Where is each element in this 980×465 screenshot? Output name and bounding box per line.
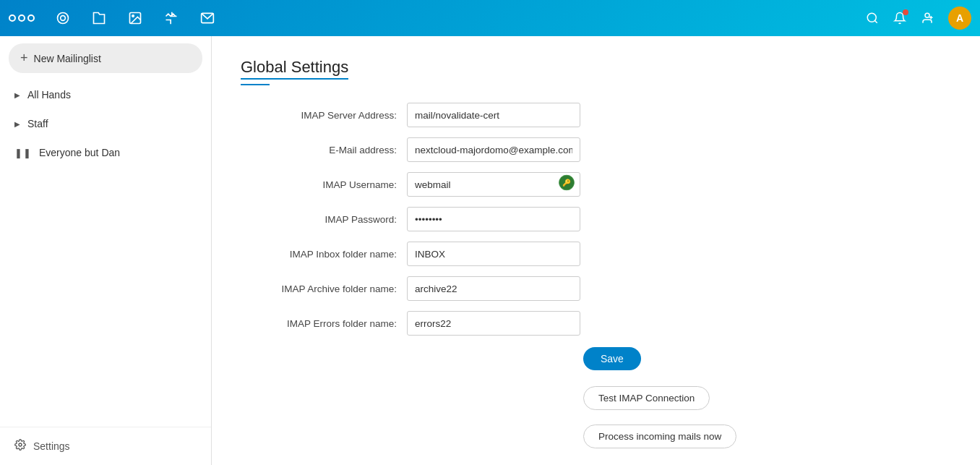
form-row-imap-username: IMAP Username: 🔑: [241, 172, 951, 197]
imap-archive-input[interactable]: [407, 276, 580, 301]
app-logo: [9, 14, 35, 22]
svg-point-10: [19, 443, 22, 446]
logo-circle-1: [9, 14, 16, 22]
user-plus-icon[interactable]: [916, 7, 938, 29]
sidebar-item-staff[interactable]: ▶ Staff: [0, 109, 211, 138]
svg-point-5: [867, 13, 876, 22]
imap-server-input[interactable]: [407, 103, 580, 127]
settings-label: Settings: [33, 440, 70, 452]
sidebar-label-staff: Staff: [27, 118, 48, 129]
label-imap-username: IMAP Username:: [241, 179, 407, 190]
main-content: Global Settings IMAP Server Address: E-M…: [212, 36, 980, 465]
main-layout: + New Mailinglist ▶ All Hands ▶ Staff ❚❚…: [0, 36, 980, 465]
svg-line-6: [874, 20, 877, 22]
new-mailinglist-button[interactable]: + New Mailinglist: [9, 43, 202, 73]
process-mail-button[interactable]: Process incoming mails now: [583, 425, 736, 448]
sidebar-label-everyone-but-dan: Everyone but Dan: [39, 147, 120, 158]
files-icon[interactable]: [88, 7, 110, 29]
photos-icon[interactable]: [124, 7, 146, 29]
pause-icon: ❚❚: [14, 148, 32, 158]
imap-username-input[interactable]: [407, 172, 580, 197]
test-imap-button[interactable]: Test IMAP Connection: [583, 386, 710, 410]
label-imap-inbox: IMAP Inbox folder name:: [241, 249, 407, 260]
imap-inbox-input[interactable]: [407, 242, 580, 266]
form-row-imap-password: IMAP Password:: [241, 207, 951, 231]
expand-icon-staff: ▶: [14, 120, 20, 128]
input-wrap-imap-archive: [407, 276, 580, 301]
svg-point-1: [61, 16, 66, 21]
svg-point-3: [132, 15, 134, 17]
label-imap-server: IMAP Server Address:: [241, 110, 407, 121]
label-imap-password: IMAP Password:: [241, 214, 407, 225]
svg-point-0: [58, 13, 69, 24]
new-mailinglist-label: New Mailinglist: [34, 53, 101, 64]
input-wrap-email: [407, 137, 580, 162]
title-underline: [241, 84, 270, 85]
sidebar: + New Mailinglist ▶ All Hands ▶ Staff ❚❚…: [0, 36, 212, 465]
plus-icon: +: [20, 51, 28, 66]
form-row-imap-archive: IMAP Archive folder name:: [241, 276, 951, 301]
logo-circle-2: [18, 14, 25, 22]
label-imap-archive: IMAP Archive folder name:: [241, 283, 407, 294]
form-row-imap-inbox: IMAP Inbox folder name:: [241, 242, 951, 266]
input-wrap-imap-errors: [407, 311, 580, 336]
settings-nav-item[interactable]: Settings: [0, 427, 211, 465]
settings-form: IMAP Server Address: E-Mail address: IMA…: [241, 103, 951, 456]
sidebar-item-everyone-but-dan[interactable]: ❚❚ Everyone but Dan: [0, 138, 211, 167]
activity-icon[interactable]: [160, 7, 182, 29]
gear-icon: [14, 439, 26, 453]
label-email: E-Mail address:: [241, 145, 407, 155]
input-wrap-imap-server: [407, 103, 580, 127]
sidebar-label-all-hands: All Hands: [27, 89, 71, 101]
notifications-bell[interactable]: [893, 12, 906, 25]
form-row-imap-server: IMAP Server Address:: [241, 103, 951, 127]
mail-icon[interactable]: [197, 7, 218, 29]
home-icon[interactable]: [52, 7, 74, 29]
svg-point-7: [925, 13, 929, 17]
user-avatar[interactable]: A: [948, 7, 971, 30]
notification-badge: [903, 9, 908, 15]
sidebar-item-all-hands[interactable]: ▶ All Hands: [0, 80, 211, 109]
form-row-email: E-Mail address:: [241, 137, 951, 162]
imap-password-input[interactable]: [407, 207, 580, 231]
input-wrap-imap-password: [407, 207, 580, 231]
logo-circle-3: [27, 14, 35, 22]
topnav-right: A: [861, 7, 971, 30]
top-navigation: A: [0, 0, 980, 36]
input-wrap-imap-username: 🔑: [407, 172, 580, 197]
expand-icon-all-hands: ▶: [14, 91, 20, 99]
email-address-input[interactable]: [407, 137, 580, 162]
form-row-imap-errors: IMAP Errors folder name:: [241, 311, 951, 336]
nav-icons: [52, 7, 850, 29]
page-title: Global Settings: [241, 58, 348, 80]
label-imap-errors: IMAP Errors folder name:: [241, 318, 407, 329]
password-manager-icon[interactable]: 🔑: [559, 175, 575, 195]
input-wrap-imap-inbox: [407, 242, 580, 266]
search-icon[interactable]: [861, 7, 883, 29]
imap-errors-input[interactable]: [407, 311, 580, 336]
svg-text:🔑: 🔑: [562, 179, 572, 187]
save-button[interactable]: Save: [583, 347, 641, 370]
